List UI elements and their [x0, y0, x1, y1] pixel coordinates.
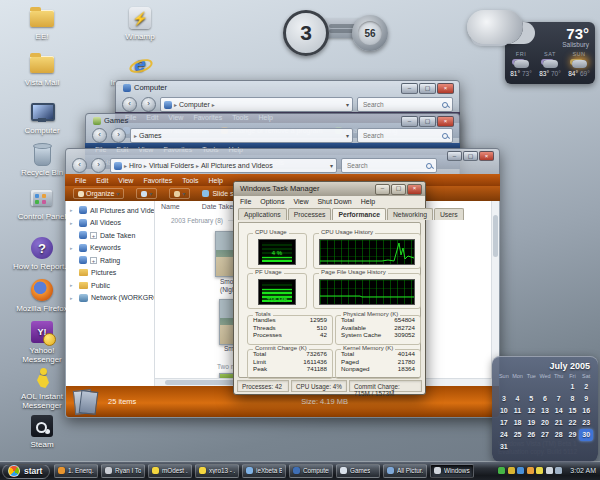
calendar-day[interactable]: 16 [579, 405, 593, 417]
desktop-icon-folder[interactable]: EE! [10, 6, 74, 41]
taskbar-button[interactable]: 1. Energ... [54, 464, 98, 478]
menu-file[interactable]: File [75, 177, 86, 184]
organize-button[interactable]: Organize [73, 188, 124, 199]
window-task-manager[interactable]: Windows Task Manager – ▢ × File Options … [233, 181, 426, 395]
maximize-button[interactable]: ▢ [463, 151, 478, 161]
menu-tools[interactable]: Tools [182, 177, 198, 184]
menu-edit[interactable]: Edit [96, 177, 108, 184]
calendar-day[interactable]: 22 [566, 417, 580, 429]
tab-processes[interactable]: Processes [288, 208, 332, 220]
menu-help[interactable]: Help [209, 177, 223, 184]
taskbar-button[interactable]: Windows... [430, 464, 474, 478]
calendar-day[interactable]: 11 [511, 405, 525, 417]
start-button[interactable]: start [2, 464, 50, 479]
search-box[interactable] [357, 97, 453, 112]
forward-button[interactable]: › [91, 158, 106, 173]
calendar-day[interactable]: 3 [497, 393, 511, 405]
menu-file[interactable]: File [240, 198, 251, 205]
calendar-day[interactable]: 2 [579, 381, 593, 393]
taskbar-button[interactable]: All Pictur... [383, 464, 427, 478]
sidebar-item-rating[interactable]: +Rating [66, 254, 154, 267]
window-titlebar[interactable]: – ▢ × ‹ › Hiro Virtual Folders All Pictu… [65, 148, 500, 175]
window-titlebar[interactable]: Windows Task Manager – ▢ × [234, 182, 425, 196]
tab-applications[interactable]: Applications [238, 208, 287, 220]
search-input[interactable] [361, 100, 441, 109]
calendar-day[interactable]: 20 [538, 417, 552, 429]
back-button[interactable]: ‹ [72, 158, 87, 173]
calendar-day[interactable]: 6 [538, 393, 552, 405]
taskbar-clock[interactable]: 3:02 AM [570, 467, 596, 474]
taskbar-button[interactable]: mOdest ... [148, 464, 192, 478]
tab-performance[interactable]: Performance [332, 208, 386, 220]
search-box[interactable] [357, 128, 453, 143]
close-button[interactable]: × [437, 116, 454, 127]
tab-users[interactable]: Users [434, 208, 464, 220]
calendar-day[interactable]: 12 [524, 405, 538, 417]
calendar-day[interactable]: 18 [511, 417, 525, 429]
weather-gadget[interactable]: 73° Salisbury FRI 81°73° SAT 83°70° SUN … [505, 22, 595, 84]
crumb-item-all-pictures[interactable]: All Pictures and Videos [201, 162, 273, 169]
sidebar-item-pictures[interactable]: Pictures [66, 267, 154, 280]
close-button[interactable]: × [479, 151, 494, 161]
network-tray-icon[interactable] [555, 467, 562, 474]
display-tray-icon[interactable] [517, 467, 524, 474]
crumb-item[interactable]: Games [139, 132, 162, 139]
sidebar-item-date-taken[interactable]: +Date Taken [66, 229, 154, 242]
taskbar-button[interactable]: Games [336, 464, 380, 478]
menu-favorites[interactable]: Favorites [143, 177, 172, 184]
calendar-day[interactable]: 8 [566, 393, 580, 405]
taskbar-button[interactable]: Computer [289, 464, 333, 478]
minimize-button[interactable]: – [401, 83, 418, 94]
calendar-day[interactable]: 30 [579, 429, 593, 441]
desktop-icon-winamp[interactable]: ⚡ Winamp [108, 6, 172, 41]
calendar-day[interactable]: 5 [524, 393, 538, 405]
dropdown-icon[interactable] [346, 132, 349, 139]
maximize-button[interactable]: ▢ [419, 116, 436, 127]
maximize-button[interactable]: ▢ [391, 184, 406, 195]
forward-button[interactable]: › [111, 128, 126, 143]
calendar-day[interactable]: 15 [566, 405, 580, 417]
scroll-thumb[interactable] [493, 215, 498, 257]
calendar-day[interactable]: 10 [497, 405, 511, 417]
crumb-item-virtual-folders[interactable]: Virtual Folders [149, 162, 194, 169]
calendar-day[interactable]: 23 [579, 417, 593, 429]
calendar-day[interactable]: 21 [552, 417, 566, 429]
sidebar-item-keywords[interactable]: ▸Keywords [66, 242, 154, 255]
calendar-day[interactable]: 19 [524, 417, 538, 429]
crumb-item[interactable]: Computer [179, 101, 210, 108]
taskbar-button[interactable]: Ryan I To... [101, 464, 145, 478]
menu-shut-down[interactable]: Shut Down [317, 198, 351, 205]
window-titlebar[interactable]: Games – ▢ × ‹ › Games [85, 113, 460, 144]
minimize-button[interactable]: – [447, 151, 462, 161]
calendar-day[interactable]: 25 [511, 429, 525, 441]
search-input[interactable] [345, 161, 425, 170]
calendar-day[interactable]: 9 [579, 393, 593, 405]
column-date-taken[interactable]: Date Taken [202, 203, 237, 210]
calendar-day[interactable]: 26 [524, 429, 538, 441]
security-tray-icon[interactable] [508, 467, 515, 474]
taskbar-button[interactable]: ieXbeta B... [242, 464, 286, 478]
calendar-day[interactable]: 7 [552, 393, 566, 405]
messenger-tray-icon[interactable] [498, 467, 505, 474]
close-button[interactable]: × [407, 184, 422, 195]
calendar-day[interactable]: 4 [511, 393, 525, 405]
calendar-day[interactable]: 24 [497, 429, 511, 441]
sidebar-item-network[interactable]: ▸Network (WORKGROU [66, 292, 154, 305]
tab-networking[interactable]: Networking [387, 208, 433, 220]
aim-tray-icon[interactable] [536, 467, 543, 474]
calendar-day[interactable]: 1 [566, 381, 580, 393]
close-button[interactable]: × [437, 83, 454, 94]
dropdown-icon[interactable] [330, 162, 333, 169]
sidebar-item-all-videos[interactable]: ▸All Videos [66, 217, 154, 230]
sidebar-item-public[interactable]: ▸Public [66, 279, 154, 292]
breadcrumb[interactable]: Games [130, 128, 353, 143]
crumb-item-hiro[interactable]: Hiro [129, 162, 142, 169]
calendar-day[interactable]: 14 [552, 405, 566, 417]
taskbar-button[interactable]: xyro13 - ... [195, 464, 239, 478]
volume-tray-icon[interactable] [546, 467, 553, 474]
dial-meter-gadget[interactable]: 56 [352, 15, 388, 51]
winamp-tray-icon[interactable] [527, 467, 534, 474]
window-titlebar[interactable]: Computer – ▢ × ‹ › Computer [115, 80, 460, 113]
menu-view[interactable]: View [118, 177, 133, 184]
expand-icon[interactable]: + [90, 232, 97, 239]
